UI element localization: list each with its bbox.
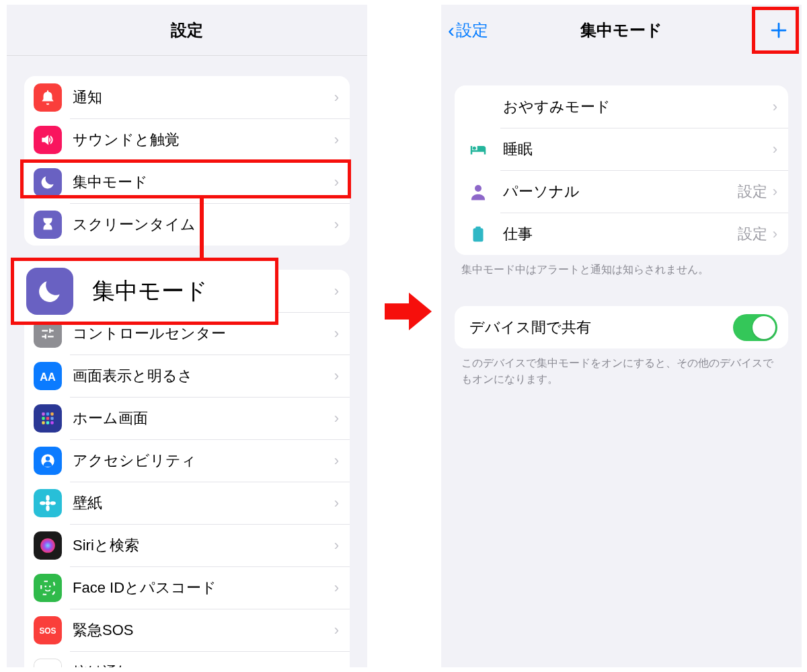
row-label: Siriと検索 <box>73 535 334 556</box>
chevron-right-icon: › <box>334 579 339 597</box>
chevron-right-icon: › <box>334 89 339 106</box>
row-display[interactable]: 画面表示と明るさ › <box>24 354 350 397</box>
row-accessibility[interactable]: アクセシビリティ › <box>24 439 350 482</box>
row-label: Face IDとパスコード <box>73 578 334 598</box>
row-wallpaper[interactable]: 壁紙 › <box>24 482 350 524</box>
moon-icon <box>464 93 492 121</box>
exposure-icon <box>34 659 62 668</box>
row-screen-time[interactable]: スクリーンタイム › <box>24 203 350 246</box>
chevron-right-icon: › <box>334 367 339 385</box>
row-label: デバイス間で共有 <box>469 318 733 338</box>
row-label: ホーム画面 <box>73 408 334 428</box>
chevron-right-icon: › <box>773 225 777 243</box>
row-label: 仕事 <box>503 224 738 244</box>
aa-icon <box>34 362 62 390</box>
row-label: 緊急SOS <box>73 620 334 640</box>
chevron-right-icon: › <box>334 664 339 668</box>
hourglass-icon <box>34 211 62 239</box>
row-label: 画面表示と明るさ <box>73 366 334 386</box>
row-faceid[interactable]: Face IDとパスコード › <box>24 566 350 609</box>
bell-icon <box>34 83 62 112</box>
row-focus[interactable]: 集中モード › <box>24 161 350 203</box>
flower-icon <box>34 489 62 517</box>
row-label: サウンドと触覚 <box>73 130 334 150</box>
navbar: ‹ 設定 集中モード <box>441 5 802 56</box>
moon-icon <box>34 168 62 196</box>
chevron-right-icon: › <box>334 410 339 427</box>
chevron-right-icon: › <box>773 183 777 200</box>
speaker-icon <box>34 126 62 154</box>
row-sounds[interactable]: サウンドと触覚 › <box>24 118 350 161</box>
row-label: パーソナル <box>503 182 738 202</box>
add-focus-button[interactable] <box>760 11 798 49</box>
row-sos[interactable]: 緊急SOS › <box>24 609 350 651</box>
chevron-right-icon: › <box>334 622 339 639</box>
settings-screen: 設定 通知 › サウンドと触覚 › 集中モード › スクリーンタイム › <box>7 5 367 667</box>
row-label: コントロールセンター <box>73 324 334 344</box>
bed-icon <box>464 135 492 163</box>
share-toggle[interactable] <box>733 314 777 341</box>
settings-group-2: 一般 › コントロールセンター › 画面表示と明るさ › ホーム画面 › アクセ… <box>24 270 350 667</box>
chevron-right-icon: › <box>334 494 339 512</box>
chevron-right-icon: › <box>334 131 339 149</box>
chevron-right-icon: › <box>334 174 339 191</box>
modes-footer: 集中モード中はアラートと通知は知らされません。 <box>461 262 781 278</box>
row-label: スクリーンタイム <box>73 215 334 235</box>
row-home-screen[interactable]: ホーム画面 › <box>24 397 350 439</box>
chevron-right-icon: › <box>334 537 339 554</box>
siri-icon <box>34 531 62 560</box>
focus-modes-group: おやすみモード › 睡眠 › パーソナル 設定 › 仕事 設定 › <box>455 85 788 255</box>
page-title: 集中モード <box>580 20 662 41</box>
row-label: アクセシビリティ <box>73 451 334 471</box>
row-label: 睡眠 <box>503 139 773 159</box>
row-dnd[interactable]: おやすみモード › <box>455 85 788 128</box>
person-icon <box>464 178 492 206</box>
settings-group-1: 通知 › サウンドと触覚 › 集中モード › スクリーンタイム › <box>24 76 350 246</box>
row-label: おやすみモード <box>503 97 773 117</box>
faceid-icon <box>34 574 62 602</box>
row-sleep[interactable]: 睡眠 › <box>455 128 788 170</box>
callout-focus: 集中モード <box>11 258 278 325</box>
page-title: 設定 <box>171 20 203 41</box>
callout-label: 集中モード <box>92 276 208 307</box>
badge-icon <box>464 220 492 248</box>
chevron-right-icon: › <box>334 216 339 233</box>
chevron-right-icon: › <box>334 452 339 470</box>
back-label: 設定 <box>456 20 488 41</box>
row-detail: 設定 <box>738 224 767 244</box>
row-label: 接触通知 <box>73 663 334 668</box>
row-share[interactable]: デバイス間で共有 <box>455 306 788 348</box>
share-footer: このデバイスで集中モードをオンにすると、その他のデバイスでもオンになります。 <box>461 355 781 387</box>
row-label: 壁紙 <box>73 493 334 513</box>
back-button[interactable]: ‹ 設定 <box>448 5 488 56</box>
row-detail: 設定 <box>738 182 767 202</box>
row-notifications[interactable]: 通知 › <box>24 76 350 118</box>
moon-icon <box>26 268 73 315</box>
navbar: 設定 <box>7 5 367 56</box>
row-work[interactable]: 仕事 設定 › <box>455 213 788 255</box>
chevron-left-icon: ‹ <box>448 20 455 40</box>
row-label: 集中モード <box>73 172 334 192</box>
sos-icon <box>34 616 62 644</box>
row-label: 通知 <box>73 87 334 108</box>
arrow-right-icon <box>383 286 434 337</box>
plus-icon <box>769 20 789 40</box>
chevron-right-icon: › <box>334 283 339 300</box>
chevron-right-icon: › <box>334 325 339 342</box>
focus-screen: ‹ 設定 集中モード おやすみモード › 睡眠 › パーソナル 設定 <box>441 5 802 667</box>
grid-icon <box>34 404 62 433</box>
row-exposure[interactable]: 接触通知 › <box>24 651 350 667</box>
chevron-right-icon: › <box>773 141 777 158</box>
row-siri[interactable]: Siriと検索 › <box>24 524 350 566</box>
row-personal[interactable]: パーソナル 設定 › <box>455 170 788 213</box>
share-group: デバイス間で共有 <box>455 306 788 348</box>
person-icon <box>34 447 62 475</box>
chevron-right-icon: › <box>773 98 777 116</box>
